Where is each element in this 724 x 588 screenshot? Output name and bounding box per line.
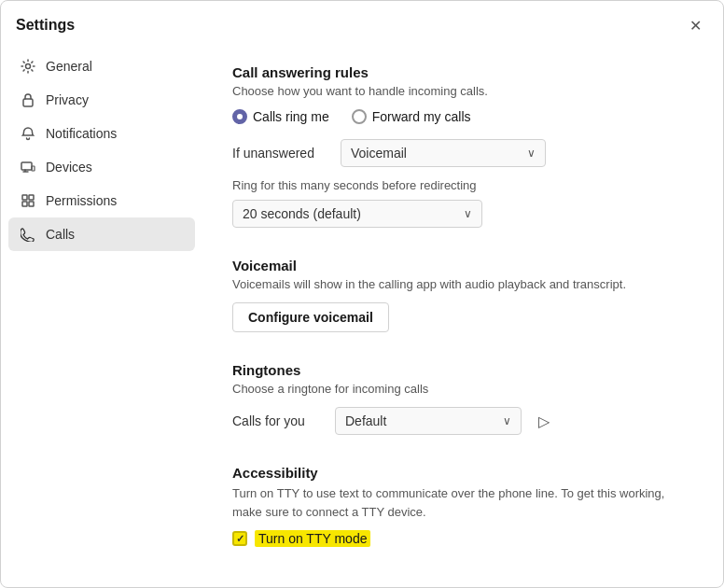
sidebar-label-permissions: Permissions <box>46 193 117 208</box>
sidebar-label-devices: Devices <box>46 160 92 175</box>
sidebar-item-devices[interactable]: Devices <box>8 150 195 184</box>
ringtone-dropdown-value: Default <box>345 413 386 428</box>
radio-ring-me-indicator <box>232 109 247 124</box>
voicemail-desc: Voicemails will show in the calling app … <box>232 277 693 291</box>
radio-forward-label: Forward my calls <box>372 109 471 124</box>
ring-seconds-dropdown[interactable]: 20 seconds (default) ∨ <box>232 200 482 228</box>
sidebar-item-notifications[interactable]: Notifications <box>8 117 195 150</box>
voicemail-dropdown-arrow: ∨ <box>527 147 536 160</box>
accessibility-section: Accessibility Turn on TTY to use text to… <box>232 465 693 547</box>
svg-point-0 <box>26 64 31 69</box>
voicemail-section: Voicemail Voicemails will show in the ca… <box>232 258 693 332</box>
close-button[interactable]: ✕ <box>682 12 708 38</box>
play-icon: ▷ <box>538 413 550 430</box>
settings-window: Settings ✕ General <box>0 0 724 588</box>
play-ringtone-button[interactable]: ▷ <box>531 408 557 434</box>
voicemail-dropdown-value: Voicemail <box>351 146 407 161</box>
gear-icon <box>20 58 36 75</box>
main-content: Call answering rules Choose how you want… <box>202 46 723 587</box>
svg-rect-4 <box>22 195 27 200</box>
call-answering-desc: Choose how you want to handle incoming c… <box>232 84 693 98</box>
title-bar: Settings ✕ <box>1 1 723 46</box>
svg-rect-7 <box>29 202 34 206</box>
tty-label: Turn on TTY mode <box>255 530 370 547</box>
radio-group-answering: Calls ring me Forward my calls <box>232 109 693 124</box>
configure-voicemail-button[interactable]: Configure voicemail <box>232 302 389 332</box>
svg-rect-3 <box>32 166 35 171</box>
svg-rect-1 <box>23 99 33 106</box>
permissions-icon <box>20 192 36 209</box>
voicemail-title: Voicemail <box>232 258 693 273</box>
calls-for-you-label: Calls for you <box>232 413 326 428</box>
accessibility-title: Accessibility <box>232 465 693 481</box>
ringtones-section: Ringtones Choose a ringtone for incoming… <box>232 362 693 435</box>
radio-ring-me-label: Calls ring me <box>253 109 329 124</box>
sidebar-label-general: General <box>46 59 92 74</box>
ringtone-row: Calls for you Default ∨ ▷ <box>232 407 693 435</box>
phone-icon <box>20 226 36 243</box>
sidebar-label-privacy: Privacy <box>46 92 89 107</box>
call-answering-section: Call answering rules Choose how you want… <box>232 64 693 228</box>
accessibility-desc: Turn on TTY to use text to communicate o… <box>232 484 693 521</box>
lock-icon <box>20 91 36 108</box>
sidebar-label-calls: Calls <box>46 227 75 242</box>
sidebar-label-notifications: Notifications <box>46 126 117 141</box>
bell-icon <box>20 125 36 142</box>
svg-rect-2 <box>21 162 32 170</box>
ring-seconds-value: 20 seconds (default) <box>243 206 361 221</box>
ring-seconds-dropdown-arrow: ∨ <box>464 207 472 220</box>
if-unanswered-row: If unanswered Voicemail ∨ <box>232 139 693 167</box>
sidebar-item-calls[interactable]: Calls <box>8 217 195 251</box>
ringtone-dropdown[interactable]: Default ∨ <box>335 407 522 435</box>
sidebar-item-general[interactable]: General <box>8 49 195 83</box>
svg-rect-5 <box>29 195 34 200</box>
if-unanswered-label: If unanswered <box>232 146 326 161</box>
ring-seconds-label: Ring for this many seconds before redire… <box>232 178 693 192</box>
voicemail-dropdown[interactable]: Voicemail ∨ <box>341 139 546 167</box>
window-title: Settings <box>16 17 75 34</box>
ringtones-desc: Choose a ringtone for incoming calls <box>232 382 693 396</box>
call-answering-title: Call answering rules <box>232 64 693 80</box>
svg-rect-6 <box>22 202 27 206</box>
radio-calls-ring-me[interactable]: Calls ring me <box>232 109 329 124</box>
sidebar-item-privacy[interactable]: Privacy <box>8 83 195 117</box>
ringtones-title: Ringtones <box>232 362 693 378</box>
radio-forward-calls[interactable]: Forward my calls <box>352 109 471 124</box>
sidebar-item-permissions[interactable]: Permissions <box>8 184 195 217</box>
content-area: General Privacy Notifica <box>1 46 723 587</box>
tty-row[interactable]: Turn on TTY mode <box>232 530 693 547</box>
tty-checkbox[interactable] <box>232 531 247 546</box>
ringtone-dropdown-arrow: ∨ <box>503 414 511 427</box>
radio-forward-indicator <box>352 109 367 124</box>
sidebar: General Privacy Notifica <box>1 46 202 587</box>
devices-icon <box>20 159 36 175</box>
